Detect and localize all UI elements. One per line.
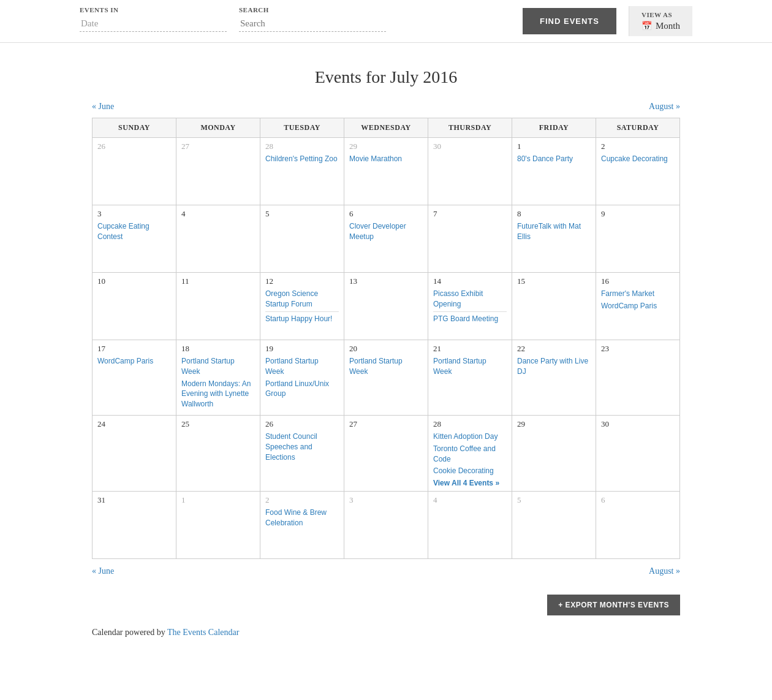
calendar-icon: 📅: [641, 21, 652, 31]
calendar-cell: 20Portland Startup Week: [344, 340, 428, 416]
next-month-link[interactable]: August »: [649, 102, 680, 112]
calendar-cell: 31: [93, 492, 176, 559]
search-input[interactable]: [239, 16, 386, 32]
event-link[interactable]: Food Wine & Brew Celebration: [265, 508, 339, 528]
event-link[interactable]: PTG Board Meeting: [433, 314, 507, 324]
calendar-cell: 13: [344, 273, 428, 340]
day-number: 1: [517, 142, 591, 151]
calendar-cell: 28Children's Petting Zoo: [260, 138, 344, 205]
calendar-cell: 17WordCamp Paris: [93, 340, 176, 416]
day-number: 16: [601, 276, 675, 286]
day-number: 3: [349, 495, 423, 505]
event-link[interactable]: Oregon Science Startup Forum: [265, 289, 339, 310]
event-link[interactable]: Portland Startup Week: [181, 356, 255, 377]
event-link[interactable]: Picasso Exhibit Opening: [433, 289, 507, 310]
event-link[interactable]: FutureTalk with Mat Ellis: [517, 221, 591, 242]
day-number: 4: [433, 495, 507, 505]
day-number: 6: [349, 209, 423, 219]
day-number: 12: [265, 276, 339, 286]
calendar-cell: 12Oregon Science Startup ForumStartup Ha…: [260, 273, 344, 340]
calendar-cell: 23: [596, 340, 680, 416]
calendar-cell: 27: [344, 415, 428, 491]
calendar-cell: 22Dance Party with Live DJ: [512, 340, 596, 416]
events-in-label: EVENTS IN: [80, 6, 227, 13]
view-all-events-link[interactable]: View All 4 Events »: [433, 479, 507, 487]
footer-text: Calendar powered by: [92, 628, 167, 637]
event-link[interactable]: 80's Dance Party: [517, 154, 591, 164]
calendar-table: SUNDAYMONDAYTUESDAYWEDNESDAYTHURSDAYFRID…: [92, 118, 680, 559]
calendar-cell: 3: [344, 492, 428, 559]
export-row: + EXPORT MONTH'S EVENTS: [92, 595, 680, 615]
event-link[interactable]: Cupcake Decorating: [601, 154, 675, 164]
day-number: 29: [517, 419, 591, 429]
event-link[interactable]: Portland Startup Week: [349, 356, 423, 377]
page-title: Events for July 2016: [92, 67, 680, 87]
day-number: 2: [601, 142, 675, 151]
event-link[interactable]: WordCamp Paris: [97, 356, 171, 367]
col-header-sunday: SUNDAY: [93, 118, 176, 138]
main-content: Events for July 2016 « June August » SUN…: [80, 43, 692, 674]
day-number: 26: [97, 142, 171, 151]
event-link[interactable]: Children's Petting Zoo: [265, 154, 339, 164]
event-link[interactable]: WordCamp Paris: [601, 301, 675, 311]
calendar-cell: 21Portland Startup Week: [428, 340, 512, 416]
day-number: 26: [265, 419, 339, 429]
event-link[interactable]: Clover Developer Meetup: [349, 221, 423, 242]
day-number: 22: [517, 344, 591, 354]
calendar-cell: 14Picasso Exhibit OpeningPTG Board Meeti…: [428, 273, 512, 340]
view-as-value[interactable]: 📅 Month: [641, 21, 680, 31]
day-number: 3: [97, 209, 171, 219]
event-link[interactable]: Portland Startup Week: [433, 356, 507, 377]
event-link[interactable]: Dance Party with Live DJ: [517, 356, 591, 377]
day-number: 18: [181, 344, 255, 354]
event-link[interactable]: Movie Marathon: [349, 154, 423, 164]
prev-month-link-bottom[interactable]: « June: [92, 566, 114, 576]
event-link[interactable]: Modern Mondays: An Evening with Lynette …: [181, 379, 255, 409]
event-link[interactable]: Portland Startup Week: [265, 356, 339, 377]
top-nav-row: « June August »: [92, 102, 680, 112]
events-in-input[interactable]: [80, 16, 227, 32]
day-number: 4: [181, 209, 255, 219]
calendar-cell: 27: [176, 138, 260, 205]
day-number: 29: [349, 142, 423, 151]
day-number: 20: [349, 344, 423, 354]
day-number: 30: [601, 419, 675, 429]
week-row-3: 17WordCamp Paris18Portland Startup WeekM…: [93, 340, 680, 416]
day-number: 9: [601, 209, 675, 219]
day-number: 27: [181, 142, 255, 151]
event-link[interactable]: Cookie Decorating: [433, 466, 507, 476]
footer-credit: Calendar powered by The Events Calendar: [92, 628, 680, 650]
event-link[interactable]: Portland Linux/Unix Group: [265, 379, 339, 400]
calendar-cell: 19Portland Startup WeekPortland Linux/Un…: [260, 340, 344, 416]
day-number: 21: [433, 344, 507, 354]
calendar-cell: 30: [596, 415, 680, 491]
day-number: 14: [433, 276, 507, 286]
event-link[interactable]: Toronto Coffee and Code: [433, 444, 507, 465]
week-row-2: 101112Oregon Science Startup ForumStartu…: [93, 273, 680, 340]
calendar-cell: 4: [176, 205, 260, 273]
export-button[interactable]: + EXPORT MONTH'S EVENTS: [547, 595, 680, 615]
search-label: SEARCH: [239, 6, 386, 13]
day-number: 28: [433, 419, 507, 429]
event-separator: [433, 311, 507, 312]
col-header-tuesday: TUESDAY: [260, 118, 344, 138]
calendar-cell: 2Food Wine & Brew Celebration: [260, 492, 344, 559]
find-events-button[interactable]: FIND EVENTS: [523, 8, 616, 34]
calendar-cell: 26: [93, 138, 176, 205]
day-number: 24: [97, 419, 171, 429]
day-number: 6: [601, 495, 675, 505]
event-link[interactable]: Kitten Adoption Day: [433, 432, 507, 442]
view-as-section: VIEW AS 📅 Month: [629, 6, 692, 36]
calendar-cell: 25: [176, 415, 260, 491]
prev-month-link[interactable]: « June: [92, 102, 114, 112]
event-link[interactable]: Cupcake Eating Contest: [97, 221, 171, 242]
event-link[interactable]: Student Council Speeches and Elections: [265, 432, 339, 462]
day-number: 19: [265, 344, 339, 354]
calendar-cell: 2Cupcake Decorating: [596, 138, 680, 205]
week-row-1: 3Cupcake Eating Contest456Clover Develop…: [93, 205, 680, 273]
next-month-link-bottom[interactable]: August »: [649, 566, 680, 576]
event-link[interactable]: Startup Happy Hour!: [265, 314, 339, 324]
event-link[interactable]: Farmer's Market: [601, 289, 675, 299]
events-calendar-link[interactable]: The Events Calendar: [167, 628, 239, 637]
day-number: 23: [601, 344, 675, 354]
